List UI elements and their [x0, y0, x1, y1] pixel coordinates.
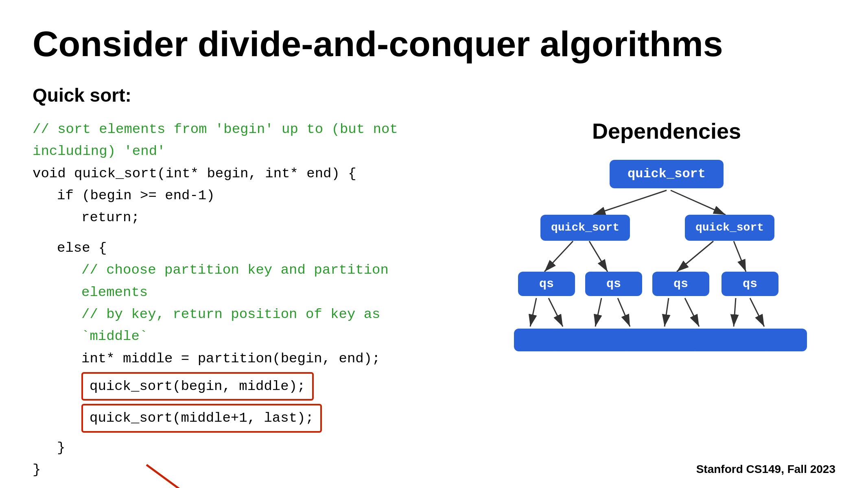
boxed-call-1: quick_sort(begin, middle); [81, 372, 314, 401]
code-normal-9: } [57, 440, 65, 455]
dep-node-root-label: quick_sort [627, 166, 706, 181]
dep-node-qs4: qs [722, 272, 778, 296]
dep-node-mid-left: quick_sort [540, 215, 630, 241]
code-normal-4: return; [81, 210, 140, 225]
dep-node-qs1-label: qs [539, 277, 554, 291]
dep-node-qs2-label: qs [606, 277, 621, 291]
svg-line-0 [146, 465, 208, 488]
arrows-svg [33, 457, 317, 488]
footer: Stanford CS149, Fall 2023 [696, 463, 835, 476]
svg-line-10 [595, 298, 601, 327]
boxed-call-2-container: quick_sort(middle+1, last); [81, 404, 399, 434]
dep-title: Dependencies [514, 118, 819, 144]
code-line-2: void quick_sort(int* begin, int* end) { [33, 163, 399, 185]
boxed-call-2: quick_sort(middle+1, last); [81, 404, 322, 432]
code-line-5: else { [57, 237, 399, 259]
code-normal-5: else { [57, 240, 107, 256]
svg-line-7 [734, 241, 746, 272]
svg-line-14 [734, 298, 736, 327]
dep-node-mid-right-label: quick_sort [695, 221, 764, 234]
content-area: // sort elements from 'begin' up to (but… [33, 118, 835, 488]
svg-line-6 [677, 241, 713, 272]
dep-node-qs4-label: qs [743, 277, 757, 291]
main-title: Consider divide-and-conquer algorithms [33, 24, 835, 64]
code-comment-1: // sort elements from 'begin' up to (but… [33, 122, 398, 159]
svg-line-5 [589, 241, 608, 272]
dep-node-qs2: qs [585, 272, 642, 296]
svg-line-12 [665, 298, 669, 327]
dep-node-qs3-label: qs [673, 277, 688, 291]
dep-node-root: quick_sort [610, 160, 724, 188]
svg-line-2 [593, 190, 667, 215]
dep-node-qs1: qs [518, 272, 575, 296]
code-line-8: int* middle = partition(begin, end); [81, 348, 399, 370]
code-normal-3: if (begin >= end-1) [57, 188, 215, 203]
code-comment-7: // by key, return position of key as `mi… [81, 307, 380, 344]
slide: Consider divide-and-conquer algorithms Q… [0, 0, 868, 488]
code-block: // sort elements from 'begin' up to (but… [33, 118, 399, 481]
dep-node-mid-left-label: quick_sort [551, 221, 619, 234]
dep-node-qs3: qs [652, 272, 709, 296]
code-line-1: // sort elements from 'begin' up to (but… [33, 118, 399, 163]
code-line-9: } [57, 437, 399, 459]
svg-line-9 [549, 298, 563, 327]
dep-diagram: quick_sort quick_sort quick_sort qs qs q [514, 156, 819, 392]
code-line-4: return; [81, 207, 399, 229]
dep-section: Dependencies [514, 118, 819, 392]
code-line-3: if (begin >= end-1) [57, 185, 399, 207]
boxed-call-1-text: quick_sort(begin, middle); [90, 379, 306, 394]
boxed-call-1-container: quick_sort(begin, middle); [81, 372, 399, 402]
boxed-call-2-text: quick_sort(middle+1, last); [90, 410, 314, 426]
svg-line-3 [671, 190, 726, 215]
code-line-6: // choose partition key and partition el… [81, 259, 399, 303]
svg-line-13 [685, 298, 699, 327]
dep-node-leaf8 [762, 329, 807, 351]
code-comment-6: // choose partition key and partition el… [81, 262, 389, 300]
code-normal-8: int* middle = partition(begin, end); [81, 351, 380, 366]
code-normal-2: void quick_sort(int* begin, int* end) { [33, 166, 356, 181]
code-section: // sort elements from 'begin' up to (but… [33, 118, 399, 488]
section-label: Quick sort: [33, 84, 835, 106]
svg-line-15 [750, 298, 764, 327]
svg-line-8 [530, 298, 536, 327]
svg-line-4 [544, 241, 573, 272]
code-line-7: // by key, return position of key as `mi… [81, 303, 399, 348]
svg-line-11 [618, 298, 630, 327]
dep-node-mid-right: quick_sort [685, 215, 774, 241]
code-spacer [33, 229, 399, 237]
